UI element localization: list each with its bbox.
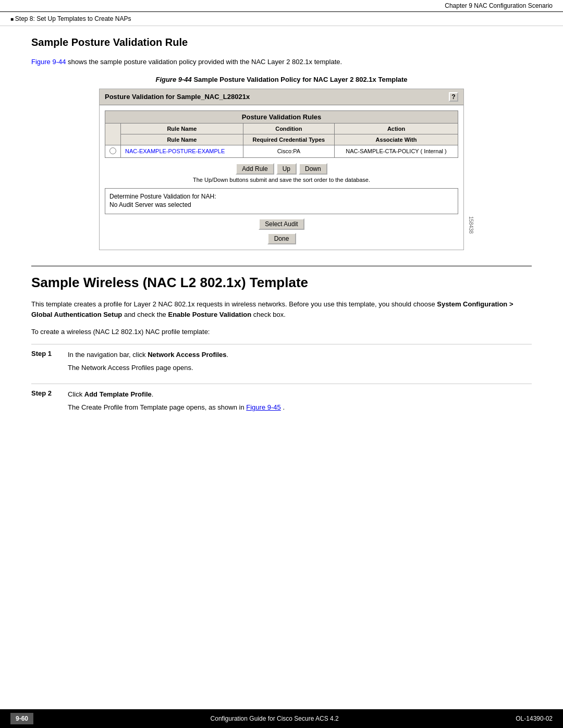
step2-content: Click Add Template Profile. The Create P… [68,389,285,415]
step1-num: Step 1 [31,350,57,376]
top-header: Chapter 9 NAC Configuration Scenario [0,0,563,12]
figure-9-45-link[interactable]: Figure 9-45 [246,403,280,411]
done-row: Done [105,233,458,244]
rule-name-cell: NAC-EXAMPLE-POSTURE-EXAMPLE [121,145,243,157]
buttons-row: Add Rule Up Down [105,163,458,175]
step2-sub-suffix: . [283,403,285,411]
figure-link-9-44[interactable]: Figure 9-44 [31,58,66,66]
step2-num: Step 2 [31,389,57,415]
done-button[interactable]: Done [267,233,296,244]
footer: 9-60 Configuration Guide for Cisco Secur… [0,709,563,728]
step1-sub: The Network Access Profiles page opens. [68,363,228,374]
bold-add-template: Add Template Profile [84,390,152,398]
col-condition-header: Condition [243,123,334,134]
step2-text: Click Add Template Profile. [68,389,285,400]
associate-cell: NAC-SAMPLE-CTA-POLICY ( Internal ) [334,145,458,157]
col-rule-name-header [105,123,121,145]
pvr-main-header: Posture Validation Rules [105,110,458,123]
main-content: Sample Posture Validation Rule Figure 9-… [0,26,563,434]
audit-line1: Determine Posture Validation for NAH: [109,193,454,200]
header-right: Chapter 9 NAC Configuration Scenario [445,2,553,9]
footer-page-num: 9-60 [10,713,33,724]
rule-name-sub: Rule Name [121,134,243,145]
pvr-table: Posture Validation Rules Rule Name Condi… [105,110,458,158]
down-button[interactable]: Down [299,163,327,175]
ui-screenshot-box: Posture Validation for Sample_NAC_L28021… [99,89,464,250]
section2-heading: Sample Wireless (NAC L2 802.1x) Template [31,266,532,291]
credential-cell: Cisco:PA [243,145,334,157]
bold-enable: Enable Posture Validation [168,311,251,318]
select-audit-row: Select Audit [105,218,458,230]
step2-row: Step 2 Click Add Template Profile. The C… [31,389,532,415]
audit-line2: No Audit Server was selected [109,201,454,208]
fig-caption-text: Sample Posture Validation Policy for NAC… [193,76,407,83]
ui-inner: Posture Validation Rules Rule Name Condi… [100,105,463,250]
step1-row: Step 1 In the navigation bar, click Netw… [31,350,532,376]
add-rule-button[interactable]: Add Rule [236,163,274,175]
step-banner: Step 8: Set Up Templates to Create NAPs [0,12,563,26]
step1-text: In the navigation bar, click Network Acc… [68,350,228,361]
help-button[interactable]: ? [449,92,458,102]
intro-text: Figure 9-44 shows the sample posture val… [31,57,532,67]
up-button[interactable]: Up [276,163,297,175]
ui-title: Posture Validation for Sample_NAC_L28021… [105,93,250,101]
step1-container: Step 1 In the navigation bar, click Netw… [31,344,532,376]
step1-content: In the navigation bar, click Network Acc… [68,350,228,376]
ui-title-bar: Posture Validation for Sample_NAC_L28021… [100,89,463,105]
bold-system-config: System Configuration > Global Authentica… [31,300,513,319]
figure-caption: Figure 9-44 Sample Posture Validation Po… [31,76,532,83]
col-action-header: Action [334,123,458,134]
section1-heading: Sample Posture Validation Rule [31,36,532,48]
intro-text-rest: shows the sample posture validation poli… [68,58,342,66]
buttons-note: The Up/Down buttons submit and save the … [105,177,458,183]
audit-section: Determine Posture Validation for NAH: No… [105,188,458,214]
bold-network-access: Network Access Profiles [148,351,226,359]
footer-center: Configuration Guide for Cisco Secure ACS… [33,715,516,722]
sub-condition-header: Required Credential Types [243,134,334,145]
step2-sub: The Create Profile from Template page op… [68,402,285,413]
section2-para2: To create a wireless (NAC L2 802.1x) NAC… [31,327,532,338]
select-audit-button[interactable]: Select Audit [259,218,304,230]
fig-label: Figure 9-44 [155,76,191,83]
radio-cell[interactable] [105,145,121,157]
col-rule-name-label: Rule Name [121,123,243,134]
step2-sub-prefix: The Create Profile from Template page op… [68,403,246,411]
step2-container: Step 2 Click Add Template Profile. The C… [31,384,532,415]
section2-para1: This template creates a profile for Laye… [31,299,532,321]
rule-name-link[interactable]: NAC-EXAMPLE-POSTURE-EXAMPLE [125,148,225,154]
side-number: 158438 [468,216,474,233]
sub-action-header: Associate With [334,134,458,145]
footer-right: OL-14390-02 [516,715,553,722]
row-radio[interactable] [109,147,116,154]
